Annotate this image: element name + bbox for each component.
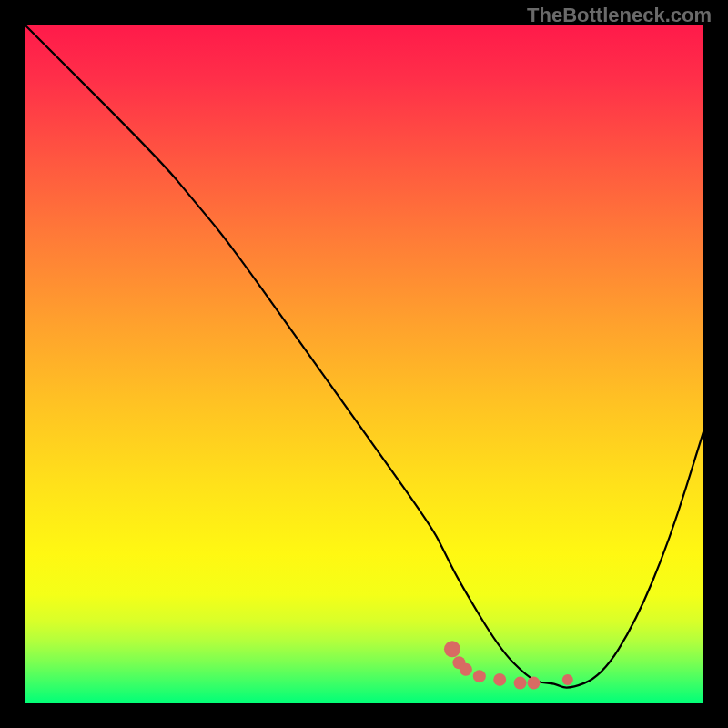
- bottleneck-curve-line: [25, 25, 703, 688]
- highlight-marker: [493, 673, 506, 686]
- highlight-marker: [473, 670, 486, 682]
- watermark-text: TheBottleneck.com: [527, 4, 712, 27]
- highlight-marker: [444, 641, 460, 657]
- plot-area: [25, 25, 703, 703]
- highlight-marker: [514, 677, 527, 690]
- highlight-marker: [460, 663, 472, 676]
- highlight-markers: [444, 641, 573, 689]
- highlight-marker: [562, 674, 573, 685]
- chart-svg: [25, 25, 703, 703]
- highlight-marker: [528, 677, 541, 690]
